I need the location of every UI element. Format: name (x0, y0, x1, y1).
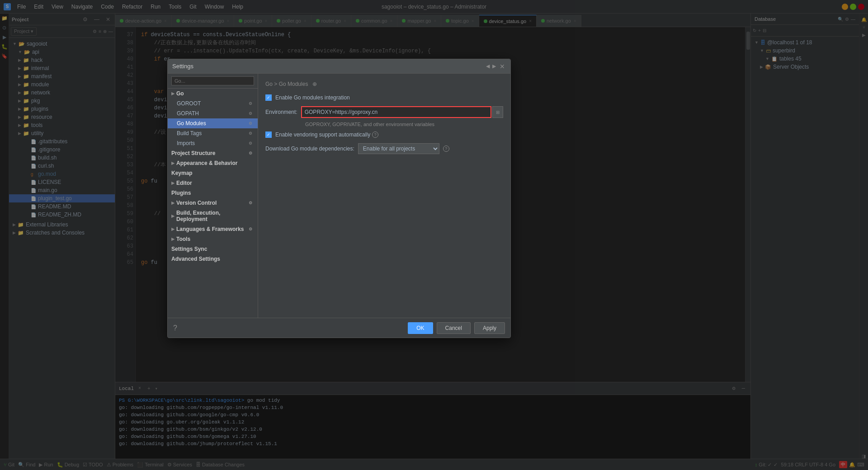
nav-goroot-icon: ⚙ (249, 101, 252, 106)
settings-forward-icon[interactable]: ▶ (492, 63, 496, 69)
nav-advanced-label: Advanced Settings (171, 256, 220, 262)
nav-appearance[interactable]: ▶ Appearance & Behavior (168, 158, 258, 168)
nav-plugins[interactable]: Plugins (168, 188, 258, 198)
vendoring-label: Enable vendoring support automatically (275, 132, 370, 138)
env-expand-button[interactable]: ⊞ (492, 106, 503, 118)
nav-gopath[interactable]: GOPATH ⚙ (168, 108, 258, 118)
enable-modules-checkbox[interactable] (265, 94, 272, 101)
download-label: Download Go module dependencies: (265, 146, 354, 152)
nav-editor-arrow: ▶ (171, 181, 175, 185)
nav-gomodules[interactable]: Go Modules ⚙ (168, 118, 258, 128)
nav-goroot-label: GOROOT (177, 100, 201, 107)
apply-button[interactable]: Apply (474, 322, 505, 334)
settings-dialog-title: Settings (172, 63, 193, 70)
enable-modules-label: Enable Go modules integration (275, 94, 350, 101)
nav-buildtags-label: Build Tags (177, 130, 202, 136)
nav-plugins-label: Plugins (171, 190, 191, 196)
nav-gomodules-icon: ⚙ (249, 121, 252, 126)
nav-go-label: Go (176, 90, 184, 97)
nav-tools-arrow: ▶ (171, 237, 175, 241)
env-input-container: ⊞ (301, 106, 503, 118)
settings-breadcrumb: Go > Go Modules ⊕ (265, 81, 503, 87)
nav-lang-label: Languages & Frameworks (176, 226, 244, 232)
nav-keymap[interactable]: Keymap (168, 168, 258, 178)
nav-build-exec[interactable]: ▶ Build, Execution, Deployment (168, 208, 258, 224)
settings-dialog-body: ▶ Go GOROOT ⚙ GOPATH ⚙ Go Modules ⚙ Buil… (168, 74, 510, 318)
nav-tools-label: Tools (176, 236, 190, 242)
env-row: Environment: ⊞ (265, 106, 503, 118)
nav-vc-label: Version Control (176, 200, 217, 206)
nav-lang-icon: ⚙ (249, 227, 252, 231)
nav-vc-icon: ⚙ (249, 201, 252, 205)
nav-project-structure-icon: ⚙ (249, 151, 252, 155)
nav-go[interactable]: ▶ Go (168, 89, 258, 99)
nav-version-control[interactable]: ▶ Version Control ⚙ (168, 198, 258, 208)
nav-imports-icon: ⚙ (249, 141, 252, 146)
download-row: Download Go module dependencies: Enable … (265, 143, 503, 154)
nav-go-arrow: ▶ (171, 91, 175, 96)
enable-modules-row: Enable Go modules integration (265, 94, 503, 101)
nav-build-arrow: ▶ (171, 214, 175, 218)
nav-tools[interactable]: ▶ Tools (168, 234, 258, 244)
nav-advanced[interactable]: Advanced Settings (168, 254, 258, 264)
modal-overlay: Settings ◀ ▶ ✕ ▶ Go GOROOT (0, 0, 868, 470)
nav-keymap-label: Keymap (171, 170, 193, 176)
ok-button[interactable]: OK (408, 322, 433, 334)
nav-languages[interactable]: ▶ Languages & Frameworks ⚙ (168, 224, 258, 234)
nav-appearance-label: Appearance & Behavior (176, 160, 237, 166)
nav-settings-sync-label: Settings Sync (171, 246, 207, 252)
nav-lang-arrow: ▶ (171, 227, 175, 231)
nav-gopath-label: GOPATH (177, 110, 199, 117)
nav-imports[interactable]: Imports ⚙ (168, 138, 258, 148)
vendoring-row: Enable vendoring support automatically ? (265, 132, 503, 138)
nav-build-label: Build, Execution, Deployment (176, 210, 252, 222)
env-hint: GOPROXY, GOPRIVATE, and other environmen… (305, 122, 503, 127)
nav-goroot[interactable]: GOROOT ⚙ (168, 99, 258, 108)
footer-buttons: OK Cancel Apply (408, 322, 505, 334)
vendoring-checkbox[interactable] (265, 132, 272, 138)
nav-settings-sync[interactable]: Settings Sync (168, 244, 258, 254)
settings-search-container (168, 74, 258, 89)
nav-gopath-icon: ⚙ (249, 111, 252, 116)
settings-back-icon[interactable]: ◀ (486, 63, 490, 69)
env-label: Environment: (265, 109, 297, 115)
nav-buildtags-icon: ⚙ (249, 131, 252, 136)
cancel-button[interactable]: Cancel (437, 322, 471, 334)
nav-vc-arrow: ▶ (171, 201, 175, 205)
nav-gomodules-label: Go Modules (177, 120, 206, 127)
nav-editor[interactable]: ▶ Editor (168, 178, 258, 188)
settings-dialog: Settings ◀ ▶ ✕ ▶ Go GOROOT (167, 59, 511, 338)
nav-editor-label: Editor (176, 180, 192, 186)
settings-nav: ▶ Go GOROOT ⚙ GOPATH ⚙ Go Modules ⚙ Buil… (168, 74, 258, 318)
settings-search-input[interactable] (171, 76, 254, 85)
env-input[interactable] (301, 106, 491, 118)
nav-imports-label: Imports (177, 140, 195, 146)
settings-content: Go > Go Modules ⊕ Enable Go modules inte… (258, 74, 510, 318)
nav-project-structure[interactable]: Project Structure ⚙ (168, 148, 258, 158)
settings-close-button[interactable]: ✕ (499, 63, 506, 70)
nav-appearance-arrow: ▶ (171, 161, 175, 165)
download-select[interactable]: Enable for all projects Enable for new p… (358, 143, 439, 154)
nav-buildtags[interactable]: Build Tags ⚙ (168, 128, 258, 138)
download-help-icon[interactable]: ? (443, 146, 449, 152)
settings-dialog-footer: ? OK Cancel Apply (168, 318, 510, 338)
settings-dialog-titlebar: Settings ◀ ▶ ✕ (168, 59, 510, 74)
help-button[interactable]: ? (173, 324, 177, 332)
vendoring-help-icon[interactable]: ? (372, 132, 378, 138)
nav-project-structure-label: Project Structure (171, 150, 215, 156)
